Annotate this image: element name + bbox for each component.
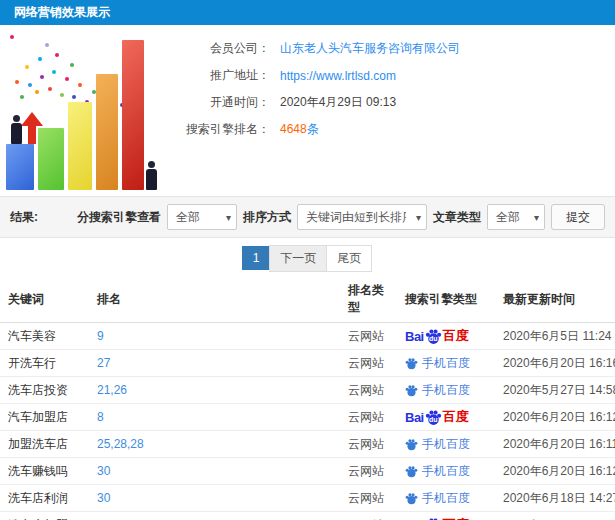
open-time-value: 2020年4月29日 09:13 [280, 94, 396, 111]
article-type-select[interactable]: 全部 [487, 204, 545, 230]
sort-select-control[interactable]: 关键词由短到长排序 [297, 204, 427, 230]
table-row: 洗车店加盟 3 云网站 Bai du 百度 2020年6月18日 14:30 [0, 512, 615, 520]
engine-filter-select[interactable]: 全部 [167, 204, 237, 230]
col-rank-type: 排名类型 [340, 278, 397, 323]
col-rank: 排名 [89, 278, 340, 323]
rank-cell: 3 [89, 512, 340, 520]
illustration-bar-red [122, 40, 144, 190]
mobile-baidu-logo: 手机百度 [405, 355, 487, 372]
rank-type-cell: 云网站 [340, 458, 397, 485]
businessman-figure [146, 161, 157, 190]
engine-cell: 手机百度 [397, 377, 495, 404]
mobile-baidu-paw-icon [405, 384, 418, 397]
promo-url-link[interactable]: https://www.lrtlsd.com [280, 69, 396, 83]
page-1-button[interactable]: 1 [242, 246, 271, 270]
updated-cell: 2020年6月20日 16:12 [495, 458, 615, 485]
baidu-paw-icon: du [425, 517, 442, 520]
illustration-bar-blue [6, 144, 34, 190]
marketing-dashboard: 网络营销效果展示 会员公司： 山东老人头汽车服务咨询有限公司 [0, 0, 615, 520]
rank-type-cell: 云网站 [340, 350, 397, 377]
mobile-baidu-logo: 手机百度 [405, 463, 487, 480]
keyword-cell: 汽车美容 [0, 323, 89, 350]
info-row-ranking-count: 搜索引擎排名： 4648条 [160, 116, 615, 143]
info-row-company: 会员公司： 山东老人头汽车服务咨询有限公司 [160, 35, 615, 62]
rank-type-cell: 云网站 [340, 323, 397, 350]
engine-cell: 手机百度 [397, 485, 495, 512]
col-updated: 最新更新时间 [495, 278, 615, 323]
rank-cell: 30 [89, 458, 340, 485]
updated-cell: 2020年6月20日 16:11 [495, 431, 615, 458]
keyword-cell: 洗车店投资 [0, 377, 89, 404]
updated-cell: 2020年6月5日 11:24 [495, 323, 615, 350]
up-arrow-icon [28, 124, 36, 144]
mobile-baidu-paw-icon [405, 465, 418, 478]
updated-cell: 2020年6月18日 14:27 [495, 485, 615, 512]
mobile-baidu-paw-icon [405, 492, 418, 505]
engine-filter-select-control[interactable]: 全部 [167, 204, 237, 230]
submit-button[interactable]: 提交 [551, 204, 605, 230]
rank-cell: 27 [89, 350, 340, 377]
illustration-bar-yellow [68, 102, 92, 190]
company-label: 会员公司： [160, 40, 270, 57]
rank-cell: 21,26 [89, 377, 340, 404]
mobile-baidu-paw-icon [405, 438, 418, 451]
keyword-cell: 加盟洗车店 [0, 431, 89, 458]
page-title: 网络营销效果展示 [14, 5, 110, 19]
keyword-cell: 汽车加盟店 [0, 404, 89, 431]
baidu-logo: Bai du 百度 [405, 327, 487, 345]
bar-chart-illustration [0, 25, 160, 196]
rank-type-cell: 云网站 [340, 431, 397, 458]
confetti-dots [10, 35, 14, 39]
engine-cell: Bai du 百度 [397, 512, 495, 520]
updated-cell: 2020年6月20日 16:16 [495, 350, 615, 377]
rank-cell: 30 [89, 485, 340, 512]
col-engine-type: 搜索引擎类型 [397, 278, 495, 323]
info-row-open-time: 开通时间： 2020年4月29日 09:13 [160, 89, 615, 116]
keyword-cell: 开洗车行 [0, 350, 89, 377]
mobile-baidu-logo: 手机百度 [405, 436, 487, 453]
table-row: 洗车店利润 30 云网站 手机百度 2020年6月18日 14:27 [0, 485, 615, 512]
up-arrow-head-icon [21, 112, 43, 126]
engine-cell: 手机百度 [397, 350, 495, 377]
engine-cell: Bai du 百度 [397, 404, 495, 431]
ranking-count-number: 4648 [280, 122, 307, 136]
table-row: 汽车美容 9 云网站 Bai du 百度 2020年6月5日 11:24 [0, 323, 615, 350]
ranking-count-value: 4648条 [280, 121, 319, 138]
table-row: 汽车加盟店 8 云网站 Bai du 百度 2020年6月20日 16:12 [0, 404, 615, 431]
baidu-logo: Bai du 百度 [405, 408, 487, 426]
ranking-count-unit: 条 [307, 122, 319, 136]
mobile-baidu-paw-icon [405, 357, 418, 370]
table-row: 洗车店投资 21,26 云网站 手机百度 2020年5月27日 14:58 [0, 377, 615, 404]
businessman-figure [11, 115, 22, 144]
next-page-button[interactable]: 下一页 [269, 245, 327, 272]
updated-cell: 2020年5月27日 14:58 [495, 377, 615, 404]
table-row: 洗车赚钱吗 30 云网站 手机百度 2020年6月20日 16:12 [0, 458, 615, 485]
page-header: 网络营销效果展示 [0, 0, 615, 25]
mobile-baidu-logo: 手机百度 [405, 490, 487, 507]
keyword-cell: 洗车店利润 [0, 485, 89, 512]
baidu-paw-icon: du [425, 409, 442, 426]
pagination: 1 下一页 尾页 [0, 238, 615, 278]
table-header-row: 关键词 排名 排名类型 搜索引擎类型 最新更新时间 [0, 278, 615, 323]
filter-bar: 结果: 分搜索引擎查看 全部 排序方式 关键词由短到长排序 文章类型 全部 提交 [0, 196, 615, 238]
article-type-label: 文章类型 [433, 209, 481, 226]
last-page-button[interactable]: 尾页 [326, 245, 372, 272]
rank-cell: 9 [89, 323, 340, 350]
rank-type-cell: 云网站 [340, 512, 397, 520]
baidu-paw-icon: du [425, 328, 442, 345]
rank-type-cell: 云网站 [340, 377, 397, 404]
col-keyword: 关键词 [0, 278, 89, 323]
result-label: 结果: [10, 209, 38, 226]
article-type-select-control[interactable]: 全部 [487, 204, 545, 230]
engine-cell: 手机百度 [397, 431, 495, 458]
table-row: 开洗车行 27 云网站 手机百度 2020年6月20日 16:16 [0, 350, 615, 377]
open-time-label: 开通时间： [160, 94, 270, 111]
company-name-link[interactable]: 山东老人头汽车服务咨询有限公司 [280, 40, 460, 57]
filter-controls: 分搜索引擎查看 全部 排序方式 关键词由短到长排序 文章类型 全部 提交 [77, 204, 605, 230]
table-row: 加盟洗车店 25,28,28 云网站 手机百度 2020年6月20日 16:11 [0, 431, 615, 458]
engine-cell: 手机百度 [397, 458, 495, 485]
sort-select[interactable]: 关键词由短到长排序 [297, 204, 427, 230]
sort-label: 排序方式 [243, 209, 291, 226]
engine-cell: Bai du 百度 [397, 323, 495, 350]
baidu-logo: Bai du 百度 [405, 516, 487, 520]
